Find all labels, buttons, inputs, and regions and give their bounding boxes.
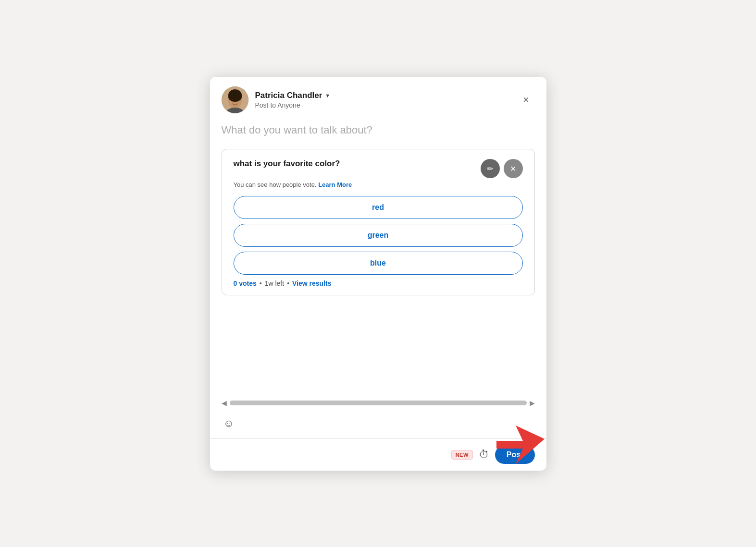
svg-point-6 xyxy=(236,99,238,101)
emoji-button[interactable]: ☺ xyxy=(222,415,236,432)
poll-title: what is your favorite color? xyxy=(234,159,340,169)
remove-poll-button[interactable]: ✕ xyxy=(504,159,523,178)
user-info: Patricia Chandler ▼ Post to Anyone xyxy=(222,86,331,113)
scroll-left-icon[interactable]: ◀ xyxy=(222,399,227,407)
close-poll-icon: ✕ xyxy=(510,164,516,173)
poll-sep-1: • xyxy=(260,280,262,287)
user-name-row: Patricia Chandler ▼ xyxy=(255,91,331,100)
new-badge: NEW xyxy=(451,450,473,460)
text-input-area: What do you want to talk about? what is … xyxy=(210,119,546,396)
clock-icon: ⏱ xyxy=(479,449,489,461)
poll-votes: 0 votes xyxy=(234,280,257,287)
post-audience: Post to Anyone xyxy=(255,101,331,109)
post-placeholder[interactable]: What do you want to talk about? xyxy=(222,123,535,138)
close-modal-button[interactable]: × xyxy=(518,91,535,109)
scrollbar-track[interactable] xyxy=(230,401,527,405)
post-button-wrapper: Post xyxy=(495,446,535,464)
svg-point-3 xyxy=(228,92,242,102)
scroll-right-icon[interactable]: ▶ xyxy=(530,399,535,407)
poll-note: You can see how people vote. Learn More xyxy=(234,181,523,188)
schedule-button[interactable]: ⏱ xyxy=(479,449,489,461)
scrollbar-area: ◀ ▶ xyxy=(210,396,546,411)
poll-option-blue[interactable]: blue xyxy=(234,252,523,275)
post-modal: Patricia Chandler ▼ Post to Anyone × Wha… xyxy=(210,77,546,471)
user-name: Patricia Chandler xyxy=(255,91,322,100)
user-details: Patricia Chandler ▼ Post to Anyone xyxy=(255,91,331,109)
poll-footer: 0 votes • 1w left • View results xyxy=(234,280,523,287)
poll-option-green[interactable]: green xyxy=(234,224,523,247)
modal-header: Patricia Chandler ▼ Post to Anyone × xyxy=(210,77,546,119)
dropdown-arrow-icon[interactable]: ▼ xyxy=(325,93,330,98)
poll-sep-2: • xyxy=(287,280,289,287)
poll-icon-buttons: ✏ ✕ xyxy=(481,159,523,178)
poll-time-left: 1w left xyxy=(265,280,284,287)
emoji-icon: ☺ xyxy=(223,417,234,429)
edit-poll-button[interactable]: ✏ xyxy=(481,159,500,178)
learn-more-link[interactable]: Learn More xyxy=(318,181,352,188)
red-arrow-icon xyxy=(496,421,546,469)
poll-header: what is your favorite color? ✏ ✕ xyxy=(234,159,523,178)
edit-icon: ✏ xyxy=(487,164,493,173)
avatar xyxy=(222,86,248,113)
poll-card: what is your favorite color? ✏ ✕ You can… xyxy=(222,149,535,295)
view-results-link[interactable]: View results xyxy=(292,280,331,287)
svg-point-5 xyxy=(232,99,234,101)
poll-option-red[interactable]: red xyxy=(234,196,523,219)
modal-footer: NEW ⏱ Post xyxy=(210,439,546,471)
emoji-bar: ☺ xyxy=(210,411,546,438)
